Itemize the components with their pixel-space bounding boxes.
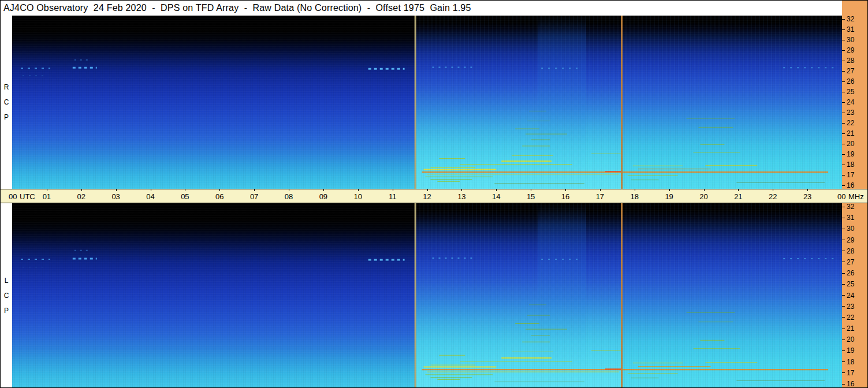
freq-tick: 25	[842, 281, 867, 288]
polarization-letter: C	[4, 99, 9, 106]
hour-label: 21	[734, 192, 742, 200]
freq-tick: 19	[842, 151, 867, 158]
title-bar: AJ4CO Observatory 24 Feb 2020 - DPS on T…	[1, 1, 842, 16]
polarization-letter: C	[4, 292, 9, 299]
freq-tick-label: 19	[847, 151, 854, 158]
hour-tickmark	[47, 189, 47, 191]
freq-tickmark	[842, 361, 845, 362]
freq-tickmark	[842, 92, 845, 92]
freq-tick-label: 23	[847, 109, 854, 116]
freq-tick-label: 30	[847, 36, 854, 43]
freq-tick: 19	[842, 347, 867, 354]
hour-label: 20	[699, 192, 707, 200]
freq-tick-label: 28	[847, 57, 854, 64]
freq-axis-unit-label: MHz	[848, 192, 864, 200]
freq-tick: 16	[842, 380, 867, 387]
freq-tickmark	[842, 284, 845, 285]
noise-texture-layer	[12, 203, 842, 387]
hour-label: 14	[492, 192, 500, 200]
time-axis-start-hour: 00	[9, 192, 17, 200]
freq-tick: 18	[842, 161, 867, 168]
freq-tick: 29	[842, 237, 867, 244]
freq-tick-label: 30	[847, 225, 854, 232]
hour-label: 09	[319, 192, 327, 200]
hour-tickmark	[635, 189, 635, 191]
hour-tickmark	[81, 189, 82, 191]
time-axis: 00 UTC 00 MHz 01020304050607080910111213…	[1, 189, 868, 203]
hour-tickmark	[738, 189, 739, 191]
freq-tick-label: 32	[847, 16, 854, 23]
freq-tick: 23	[842, 109, 867, 116]
hour-tickmark	[807, 189, 808, 191]
freq-tick: 26	[842, 78, 867, 85]
freq-tickmark	[842, 185, 845, 186]
freq-tickmark	[842, 154, 845, 155]
hour-label: 15	[527, 192, 535, 200]
hour-tickmark	[704, 189, 705, 191]
hour-label: 06	[215, 192, 223, 200]
freq-tick-label: 22	[847, 120, 854, 126]
freq-tick-label: 28	[847, 248, 854, 255]
hour-tickmark	[151, 189, 151, 191]
freq-tickmark	[842, 339, 845, 340]
hour-label: 07	[250, 192, 258, 200]
freq-tick: 21	[842, 325, 867, 332]
hour-tickmark	[773, 189, 773, 191]
freq-tickmark	[842, 218, 845, 218]
hour-label: 10	[354, 192, 362, 200]
freq-tick: 24	[842, 99, 867, 106]
hour-label: 19	[665, 192, 673, 200]
hour-label: 22	[769, 192, 777, 200]
freq-tickmark	[842, 102, 845, 103]
freq-tick: 32	[842, 203, 867, 210]
freq-tick: 16	[842, 182, 867, 189]
polarization-letter: P	[4, 114, 9, 121]
hour-tickmark	[289, 189, 289, 191]
freq-tick-label: 21	[847, 325, 854, 332]
freq-tickmark	[842, 144, 845, 144]
freq-tick: 26	[842, 270, 867, 277]
freq-tick: 29	[842, 47, 867, 54]
lcp-spectrogram-panel[interactable]	[12, 203, 842, 387]
time-axis-utc-label: UTC	[20, 192, 35, 200]
hour-tickmark	[358, 189, 359, 191]
freq-tickmark	[842, 29, 845, 30]
page-title: AJ4CO Observatory 24 Feb 2020 - DPS on T…	[3, 3, 471, 13]
freq-tick: 22	[842, 120, 867, 126]
freq-tick: 24	[842, 292, 867, 299]
time-axis-end-hour: 00	[837, 192, 845, 200]
freq-tick: 17	[842, 370, 867, 376]
freq-tick: 31	[842, 26, 867, 33]
freq-tickmark	[842, 133, 845, 134]
hour-tickmark	[254, 189, 255, 191]
freq-tickmark	[842, 317, 845, 318]
freq-tick-label: 25	[847, 281, 854, 288]
freq-tick-label: 17	[847, 370, 854, 376]
freq-tick-label: 18	[847, 161, 854, 168]
freq-tickmark	[842, 229, 845, 229]
noise-texture-layer	[12, 16, 842, 189]
freq-tick-label: 25	[847, 88, 854, 95]
hour-label: 08	[285, 192, 293, 200]
freq-tick-label: 20	[847, 140, 854, 147]
hour-label: 01	[43, 192, 51, 200]
freq-tick-label: 23	[847, 303, 854, 310]
freq-tick: 30	[842, 36, 867, 43]
freq-tick-label: 29	[847, 237, 854, 244]
hour-tickmark	[116, 189, 117, 191]
freq-tick-label: 26	[847, 78, 854, 85]
polarization-letter: P	[4, 307, 9, 314]
freq-tickmark	[842, 295, 845, 296]
freq-tickmark	[842, 207, 845, 207]
frequency-tick-column: 3231302928272625242322212019181716	[842, 16, 867, 189]
hour-tickmark	[600, 189, 601, 191]
hour-label: 12	[423, 192, 431, 200]
freq-tickmark	[842, 81, 845, 82]
hour-tickmark	[219, 189, 220, 191]
hour-label: 11	[389, 192, 397, 200]
freq-tickmark	[842, 262, 845, 262]
rcp-spectrogram-panel[interactable]	[12, 16, 842, 189]
hour-label: 17	[596, 192, 604, 200]
freq-tickmark	[842, 372, 845, 373]
freq-tick: 28	[842, 248, 867, 255]
